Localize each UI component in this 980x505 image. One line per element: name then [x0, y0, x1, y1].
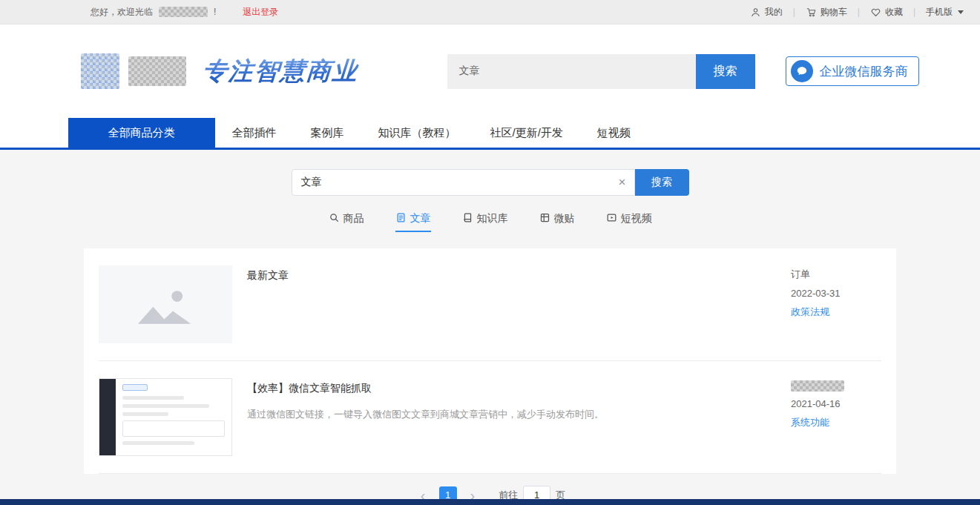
result-search-input[interactable] — [292, 169, 635, 196]
result-body: 最新文章 — [247, 265, 776, 343]
result-thumbnail[interactable] — [99, 265, 232, 343]
image-placeholder-icon — [99, 265, 232, 343]
cart-link[interactable]: 购物车 — [806, 6, 847, 19]
heart-icon — [870, 7, 881, 18]
tab-products-label: 商品 — [343, 212, 364, 225]
book-icon — [462, 212, 473, 225]
mobile-version-menu[interactable]: 手机版 — [926, 6, 964, 19]
search-icon — [329, 212, 340, 225]
next-page-icon[interactable]: › — [464, 488, 481, 500]
tab-products[interactable]: 商品 — [329, 212, 364, 232]
topbar: 您好，欢迎光临 ! 退出登录 我的 | 购物车 | — [0, 0, 980, 24]
result-tag-link[interactable]: 系统功能 — [791, 416, 881, 429]
header-search-button[interactable]: 搜索 — [696, 54, 755, 89]
chevron-down-icon — [958, 10, 964, 14]
header-search-input[interactable] — [447, 54, 696, 89]
document-icon — [395, 212, 407, 225]
logout-link[interactable]: 退出登录 — [243, 6, 278, 19]
result-row[interactable]: 最新文章 订单 2022-03-31 政策法规 — [99, 248, 881, 361]
result-tag-link[interactable]: 政策法规 — [791, 306, 881, 319]
user-icon — [750, 7, 761, 18]
page-unit-label: 页 — [556, 489, 565, 500]
my-account-label: 我的 — [765, 6, 783, 19]
tab-knowledge-label: 知识库 — [477, 212, 508, 225]
greeting-text: 您好，欢迎光临 — [91, 6, 153, 19]
site-logo[interactable]: 专注智慧商业 — [81, 53, 358, 89]
wechat-chat-icon — [791, 60, 813, 82]
result-search: × 搜索 — [0, 169, 980, 196]
page: 您好，欢迎光临 ! 退出登录 我的 | 购物车 | — [0, 0, 980, 505]
result-title[interactable]: 【效率】微信文章智能抓取 — [247, 382, 776, 395]
result-title[interactable]: 最新文章 — [247, 269, 776, 283]
result-row[interactable]: 【效率】微信文章智能抓取 通过微信图文链接，一键导入微信图文文章到商城文章营销中… — [99, 361, 881, 474]
clear-search-icon[interactable]: × — [619, 169, 626, 196]
goto-label: 前往 — [499, 489, 518, 500]
result-date: 2021-04-16 — [791, 398, 881, 409]
main-nav: 全部商品分类 全部插件 案例库 知识库（教程） 社区/更新/开发 短视频 — [0, 118, 980, 150]
tab-knowledge[interactable]: 知识库 — [462, 212, 508, 232]
header-search: 搜索 — [447, 54, 755, 89]
prev-page-icon[interactable]: ‹ — [415, 488, 432, 500]
result-body: 【效率】微信文章智能抓取 通过微信图文链接，一键导入微信图文文章到商城文章营销中… — [247, 378, 776, 456]
result-date: 2022-03-31 — [791, 288, 881, 299]
screenshot-content — [116, 379, 231, 455]
censored-username — [159, 7, 208, 17]
pagination: ‹ 1 › 前往 页 — [0, 486, 980, 499]
favorites-label: 收藏 — [885, 6, 903, 19]
cart-icon — [806, 7, 817, 18]
topbar-greeting: 您好，欢迎光临 ! 退出登录 — [91, 6, 278, 19]
result-thumbnail[interactable] — [99, 378, 232, 456]
wechat-service-label: 企业微信服务商 — [820, 63, 908, 80]
screenshot-sidebar — [99, 379, 116, 455]
goto-page-input[interactable] — [523, 486, 550, 499]
video-play-icon — [606, 212, 617, 225]
logo-slogan: 专注智慧商业 — [201, 55, 359, 88]
nav-knowledge-base[interactable]: 知识库（教程） — [361, 118, 473, 148]
censored-category — [791, 380, 844, 392]
result-meta: 2021-04-16 系统功能 — [791, 378, 881, 456]
divider: | — [913, 7, 915, 17]
nav-all-categories[interactable]: 全部商品分类 — [68, 118, 215, 148]
tab-video[interactable]: 短视频 — [606, 212, 652, 232]
results-card: 最新文章 订单 2022-03-31 政策法规 — [84, 248, 896, 474]
content-area: × 搜索 商品 文章 知识库 — [0, 150, 980, 499]
nav-short-video[interactable]: 短视频 — [580, 118, 648, 148]
tab-video-label: 短视频 — [621, 212, 652, 225]
result-description: 通过微信图文链接，一键导入微信图文文章到商城文章营销中，减少手动发布时间。 — [247, 407, 776, 422]
result-meta: 订单 2022-03-31 政策法规 — [791, 265, 881, 343]
goto-page: 前往 页 — [499, 486, 565, 499]
current-page-button[interactable]: 1 — [439, 486, 457, 500]
censored-logo-mark — [81, 53, 119, 89]
nav-community[interactable]: 社区/更新/开发 — [473, 118, 580, 148]
tab-articles[interactable]: 文章 — [395, 212, 431, 232]
tab-posts[interactable]: 微贴 — [539, 212, 575, 232]
screenshot-thumbnail — [99, 378, 232, 456]
tab-articles-label: 文章 — [410, 212, 431, 225]
nav-case-library[interactable]: 案例库 — [294, 118, 361, 148]
result-category: 订单 — [791, 268, 881, 281]
result-search-button[interactable]: 搜索 — [635, 169, 689, 196]
cart-label: 购物车 — [820, 6, 847, 19]
grid-icon — [539, 212, 550, 225]
wechat-service-button[interactable]: 企业微信服务商 — [786, 56, 919, 86]
result-type-tabs: 商品 文章 知识库 微贴 — [0, 212, 980, 232]
divider: | — [793, 7, 795, 17]
censored-logo-text — [128, 56, 186, 86]
nav-all-plugins[interactable]: 全部插件 — [215, 118, 294, 148]
mobile-version-label: 手机版 — [926, 6, 953, 19]
my-account-link[interactable]: 我的 — [750, 6, 783, 19]
footer-bar — [0, 499, 980, 505]
greeting-suffix: ! — [214, 7, 216, 17]
topbar-links: 我的 | 购物车 | 收藏 | 手机版 — [750, 6, 964, 19]
divider: | — [858, 7, 860, 17]
header: 专注智慧商业 搜索 企业微信服务商 — [0, 24, 980, 118]
favorites-link[interactable]: 收藏 — [870, 6, 903, 19]
tab-posts-label: 微贴 — [554, 212, 575, 225]
